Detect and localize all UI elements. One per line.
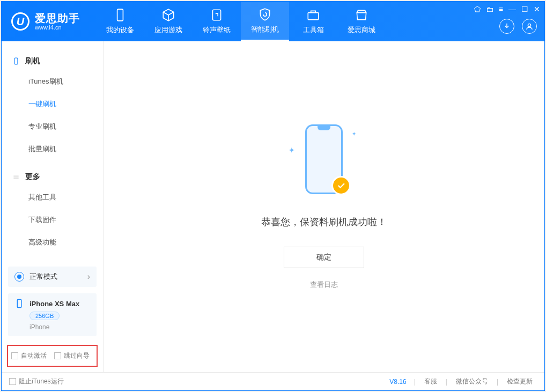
main-tabs: 我的设备 应用游戏 铃声壁纸 智能刷机 工具箱 爱思商城 [96, 2, 386, 41]
app-title: 爱思助手 [35, 12, 80, 24]
nav-header-label: 刷机 [25, 56, 40, 66]
nav-header-flash: 刷机 [2, 52, 103, 70]
logo-icon: U [11, 12, 29, 31]
minimize-button[interactable]: — [508, 5, 516, 13]
titlebar: U 爱思助手 www.i4.cn 我的设备 应用游戏 铃声壁纸 智能刷机 [2, 2, 544, 41]
shield-refresh-icon [258, 8, 272, 21]
main-content: ✦ ✦ 恭喜您，保资料刷机成功啦！ 确定 查看日志 [104, 41, 544, 372]
nav-one-click[interactable]: 一键刷机 [2, 93, 103, 115]
tab-label: 智能刷机 [251, 25, 279, 34]
wechat-link[interactable]: 微信公众号 [452, 377, 492, 386]
store-icon [355, 8, 368, 22]
svg-rect-1 [212, 10, 220, 20]
window-controls-bottom [499, 19, 537, 34]
nav-itunes-flash[interactable]: iTunes刷机 [2, 70, 103, 93]
footer: 阻止iTunes运行 V8.16 | 客服 | 微信公众号 | 检查更新 [2, 372, 544, 390]
menu-small-icon [12, 173, 20, 181]
sparkle-icon: ✦ [289, 146, 295, 154]
checkbox-label: 自动激活 [21, 351, 47, 360]
checkbox-label: 跳过向导 [64, 351, 90, 360]
mode-label: 正常模式 [29, 272, 57, 282]
nav-other-tools[interactable]: 其他工具 [2, 186, 103, 209]
phone-icon [113, 8, 127, 22]
ok-button[interactable]: 确定 [284, 247, 364, 268]
svg-rect-5 [17, 300, 21, 308]
checkbox-label: 阻止iTunes运行 [19, 377, 64, 386]
svg-point-3 [528, 24, 530, 26]
checkbox-icon [11, 352, 18, 359]
briefcase-icon [306, 8, 320, 22]
device-type: iPhone [29, 323, 90, 331]
storage-badge: 256GB [29, 312, 60, 320]
logo: U 爱思助手 www.i4.cn [2, 12, 96, 31]
tab-label: 工具箱 [303, 25, 324, 35]
nav-header-more: 更多 [2, 168, 103, 186]
options-box: 自动激活 跳过向导 [7, 345, 98, 367]
maximize-button[interactable]: ☐ [521, 5, 528, 13]
sidebar: 刷机 iTunes刷机 一键刷机 专业刷机 批量刷机 更多 其他工具 下载固件 … [2, 41, 104, 372]
tab-label: 我的设备 [106, 25, 134, 35]
divider: | [414, 378, 416, 386]
chevron-right-icon: › [87, 272, 90, 282]
tab-label: 应用游戏 [154, 25, 182, 35]
app-window: U 爱思助手 www.i4.cn 我的设备 应用游戏 铃声壁纸 智能刷机 [1, 1, 545, 391]
music-icon [210, 8, 224, 22]
nav-batch-flash[interactable]: 批量刷机 [2, 138, 103, 160]
nav-advanced[interactable]: 高级功能 [2, 231, 103, 254]
tshirt-icon[interactable]: ⬠ [474, 5, 481, 13]
close-button[interactable]: ✕ [534, 5, 540, 13]
phone-small-icon [12, 57, 20, 65]
status-dot-icon [14, 272, 24, 282]
user-button[interactable] [522, 19, 537, 34]
tab-ringtones[interactable]: 铃声壁纸 [193, 2, 241, 41]
tab-device[interactable]: 我的设备 [96, 2, 144, 41]
nav-download-fw[interactable]: 下载固件 [2, 209, 103, 231]
view-log-link[interactable]: 查看日志 [310, 280, 338, 290]
support-link[interactable]: 客服 [420, 377, 441, 386]
tab-toolbox[interactable]: 工具箱 [289, 2, 337, 41]
lock-icon[interactable]: 🗀 [486, 5, 493, 13]
nav-pro-flash[interactable]: 专业刷机 [2, 115, 103, 138]
checkbox-block-itunes[interactable]: 阻止iTunes运行 [9, 377, 64, 386]
device-icon [14, 299, 24, 308]
svg-rect-4 [14, 58, 18, 64]
success-message: 恭喜您，保资料刷机成功啦！ [261, 216, 387, 228]
update-link[interactable]: 检查更新 [503, 377, 537, 386]
tab-label: 爱思商城 [348, 25, 375, 35]
nav: 刷机 iTunes刷机 一键刷机 专业刷机 批量刷机 更多 其他工具 下载固件 … [2, 41, 103, 254]
svg-rect-0 [117, 9, 123, 21]
check-badge-icon [331, 176, 351, 195]
body: 刷机 iTunes刷机 一键刷机 专业刷机 批量刷机 更多 其他工具 下载固件 … [2, 41, 544, 372]
tab-store[interactable]: 爱思商城 [337, 2, 386, 41]
version-label: V8.16 [389, 378, 406, 386]
checkbox-auto-activate[interactable]: 自动激活 [11, 351, 47, 360]
tab-apps[interactable]: 应用游戏 [144, 2, 193, 41]
menu-icon[interactable]: ≡ [499, 5, 503, 13]
checkbox-skip-guide[interactable]: 跳过向导 [54, 351, 90, 360]
checkbox-icon [9, 378, 16, 385]
tab-label: 铃声壁纸 [203, 25, 231, 35]
svg-rect-2 [308, 13, 319, 20]
sparkle-icon: ✦ [352, 131, 356, 137]
cube-icon [161, 8, 175, 22]
mode-card[interactable]: 正常模式 › [8, 267, 97, 287]
checkbox-icon [54, 352, 61, 359]
window-controls-top: ⬠ 🗀 ≡ — ☐ ✕ [474, 5, 540, 13]
divider: | [446, 378, 447, 386]
device-card[interactable]: iPhone XS Max 256GB iPhone [8, 293, 97, 336]
device-name: iPhone XS Max [29, 300, 79, 308]
tab-flash[interactable]: 智能刷机 [241, 2, 289, 41]
app-subtitle: www.i4.cn [35, 24, 80, 31]
download-button[interactable] [499, 19, 514, 34]
nav-header-label: 更多 [25, 172, 40, 182]
success-illustration: ✦ ✦ [297, 124, 351, 199]
divider: | [497, 378, 498, 386]
